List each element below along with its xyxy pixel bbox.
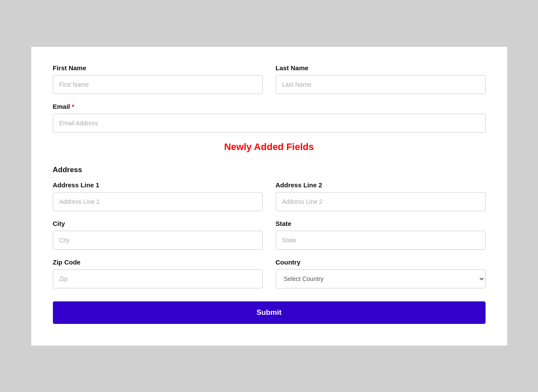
state-label: State <box>276 220 486 227</box>
address-line2-label: Address Line 2 <box>276 181 486 189</box>
first-name-label: First Name <box>53 64 263 72</box>
state-input[interactable] <box>276 231 486 250</box>
submit-button[interactable]: Submit <box>53 301 486 324</box>
email-input[interactable] <box>53 114 486 133</box>
address-line2-group: Address Line 2 <box>276 181 486 211</box>
country-select[interactable]: Select CountryUnited StatesCanadaUnited … <box>276 269 486 288</box>
newly-added-title: Newly Added Fields <box>53 141 486 153</box>
name-row: First Name Last Name <box>53 64 486 94</box>
country-group: Country Select CountryUnited StatesCanad… <box>276 258 486 288</box>
city-label: City <box>53 220 263 227</box>
first-name-input[interactable] <box>53 75 263 94</box>
address-line1-input[interactable] <box>53 192 263 211</box>
address-line1-group: Address Line 1 <box>53 181 263 211</box>
city-input[interactable] <box>53 231 263 250</box>
last-name-label: Last Name <box>276 64 486 72</box>
email-group: Email* <box>53 103 486 133</box>
city-state-row: City State <box>53 220 486 250</box>
last-name-input[interactable] <box>276 75 486 94</box>
form-container: First Name Last Name Email* Newly Added … <box>31 46 508 346</box>
address-line1-label: Address Line 1 <box>53 181 263 189</box>
first-name-group: First Name <box>53 64 263 94</box>
email-label: Email* <box>53 103 486 110</box>
city-group: City <box>53 220 263 250</box>
address-line2-input[interactable] <box>276 192 486 211</box>
zip-input[interactable] <box>53 269 263 288</box>
zip-group: Zip Code <box>53 258 263 288</box>
zip-label: Zip Code <box>53 258 263 266</box>
email-row: Email* <box>53 103 486 133</box>
zip-country-row: Zip Code Country Select CountryUnited St… <box>53 258 486 288</box>
required-star: * <box>72 103 75 110</box>
address-section-label: Address <box>53 166 486 174</box>
country-label: Country <box>276 258 486 266</box>
state-group: State <box>276 220 486 250</box>
last-name-group: Last Name <box>276 64 486 94</box>
address-lines-row: Address Line 1 Address Line 2 <box>53 181 486 211</box>
